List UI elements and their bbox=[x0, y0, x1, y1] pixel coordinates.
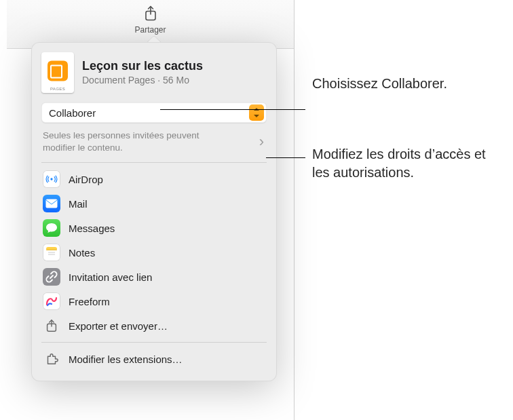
share-link[interactable]: Invitation avec lien bbox=[41, 265, 267, 289]
share-icon bbox=[141, 4, 160, 23]
messages-icon bbox=[43, 219, 60, 237]
share-target-list: AirDrop Mail Messages bbox=[41, 167, 267, 338]
link-icon bbox=[43, 268, 60, 286]
popover-arrow bbox=[147, 35, 161, 42]
callout-line bbox=[266, 157, 305, 158]
share-item-label: Exporter et envoyer… bbox=[69, 320, 168, 332]
export-icon bbox=[43, 317, 60, 335]
pages-file-icon: PAGES bbox=[41, 52, 74, 93]
freeform-icon bbox=[43, 292, 60, 310]
share-popover: PAGES Leçon sur les cactus Document Page… bbox=[31, 42, 277, 381]
share-notes[interactable]: Notes bbox=[41, 240, 267, 265]
callout-permissions: Modifiez les droits d’accès et les autor… bbox=[312, 145, 489, 182]
share-messages[interactable]: Messages bbox=[41, 216, 267, 240]
document-title: Leçon sur les cactus bbox=[82, 60, 203, 73]
callout-line bbox=[160, 109, 305, 110]
share-export[interactable]: Exporter et envoyer… bbox=[41, 313, 267, 338]
share-item-label: Mail bbox=[69, 198, 88, 210]
edit-extensions[interactable]: Modifier les extensions… bbox=[41, 347, 267, 371]
share-item-label: Notes bbox=[69, 247, 95, 259]
divider bbox=[41, 342, 267, 343]
share-toolbar-button[interactable]: Partager bbox=[134, 4, 166, 35]
updown-icon bbox=[249, 104, 264, 121]
chevron-right-icon: › bbox=[259, 134, 265, 149]
app-window: Partager PAGES Leçon sur les cactus Docu… bbox=[7, 0, 294, 420]
permissions-description: Seules les personnes invitées peuvent mo… bbox=[43, 130, 206, 154]
svg-rect-5 bbox=[46, 250, 57, 250]
mail-icon bbox=[43, 195, 60, 212]
share-item-label: Invitation avec lien bbox=[69, 271, 152, 283]
puzzle-icon bbox=[43, 350, 60, 368]
svg-point-1 bbox=[50, 178, 52, 180]
share-item-label: AirDrop bbox=[69, 174, 103, 185]
document-subtitle: Document Pages · 56 Mo bbox=[82, 75, 203, 85]
svg-rect-2 bbox=[46, 199, 58, 208]
permissions-row[interactable]: Seules les personnes invitées peuvent mo… bbox=[41, 123, 267, 163]
document-header: PAGES Leçon sur les cactus Document Page… bbox=[41, 52, 267, 93]
share-mail[interactable]: Mail bbox=[41, 191, 267, 216]
notes-icon bbox=[43, 244, 60, 261]
airdrop-icon bbox=[43, 170, 60, 188]
share-airdrop[interactable]: AirDrop bbox=[41, 167, 267, 191]
share-item-label: Messages bbox=[69, 223, 115, 234]
share-toolbar-label: Partager bbox=[134, 25, 166, 35]
share-item-label: Freeform bbox=[69, 296, 110, 307]
callout-collaborate: Choisissez Collaborer. bbox=[312, 75, 447, 93]
edit-extensions-label: Modifier les extensions… bbox=[69, 354, 183, 365]
share-mode-select[interactable]: Collaborer bbox=[41, 102, 267, 123]
share-freeform[interactable]: Freeform bbox=[41, 289, 267, 313]
